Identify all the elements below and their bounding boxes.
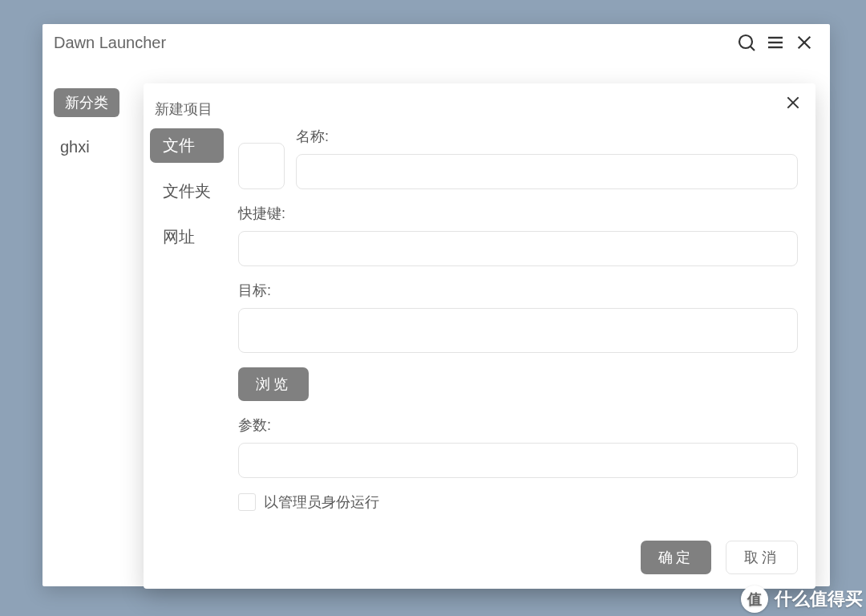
search-icon[interactable] [732,28,761,57]
dialog-title: 新建项目 [144,95,238,128]
cancel-button[interactable]: 取消 [726,541,798,574]
main-window: Dawn Launcher 新分类 ghxi 新建项目 文件 文件夹 [42,24,830,586]
svg-line-1 [751,47,755,51]
run-as-admin-label: 以管理员身份运行 [264,492,379,512]
target-label: 目标: [238,281,798,300]
watermark-text: 什么值得买 [775,587,863,611]
shortcut-input[interactable] [238,231,798,266]
watermark-badge: 值 [741,586,768,613]
run-as-admin-checkbox[interactable] [238,493,256,511]
dialog-body: 名称: 快捷键: 目标: 浏览 参数: 以管理员身份运行 [238,83,815,589]
shortcut-label: 快捷键: [238,204,798,223]
dialog-close-icon[interactable] [782,91,804,114]
new-category-chip[interactable]: 新分类 [54,88,119,117]
menu-icon[interactable] [761,28,790,57]
run-as-admin-row[interactable]: 以管理员身份运行 [238,492,798,512]
tab-folder[interactable]: 文件夹 [150,174,224,209]
name-label: 名称: [296,127,798,146]
title-bar: Dawn Launcher [42,24,830,61]
close-icon[interactable] [790,28,819,57]
dialog-sidebar: 新建项目 文件 文件夹 网址 [144,83,238,589]
new-item-dialog: 新建项目 文件 文件夹 网址 名称: 快捷键: [144,83,815,589]
category-sidebar: 新分类 ghxi [54,88,119,160]
target-input[interactable] [238,308,798,353]
tab-file[interactable]: 文件 [150,128,224,163]
sidebar-item-ghxi[interactable]: ghxi [54,135,119,160]
browse-button[interactable]: 浏览 [238,367,309,401]
params-label: 参数: [238,415,798,435]
name-input[interactable] [296,154,798,189]
app-title: Dawn Launcher [54,34,166,52]
ok-button[interactable]: 确定 [641,541,711,574]
params-input[interactable] [238,443,798,478]
item-icon-slot[interactable] [238,143,285,189]
watermark: 值 什么值得买 [741,586,863,613]
tab-url[interactable]: 网址 [150,220,224,254]
